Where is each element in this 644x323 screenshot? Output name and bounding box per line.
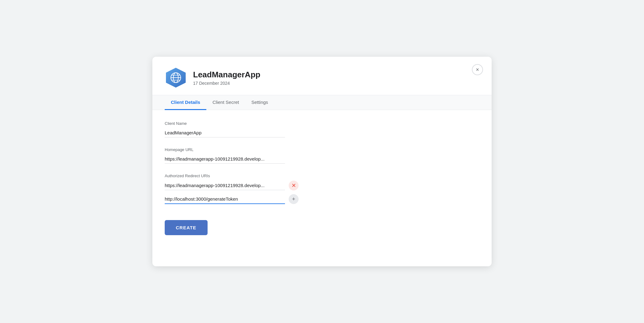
redirect-uris-label: Authorized Redirect URIs — [165, 174, 479, 178]
add-uri-button[interactable]: + — [289, 194, 299, 204]
close-button[interactable]: × — [472, 64, 483, 75]
client-name-group: Client Name — [165, 121, 479, 137]
redirect-uri-input-1[interactable] — [165, 181, 285, 190]
remove-uri-button-1[interactable]: ✕ — [289, 181, 299, 190]
app-modal: LeadManagerApp 17 December 2024 × Client… — [152, 57, 492, 266]
redirect-uri-row-1: ✕ — [165, 181, 479, 190]
modal-header: LeadManagerApp 17 December 2024 × — [152, 57, 492, 95]
redirect-uri-input-2[interactable] — [165, 194, 285, 204]
app-info: LeadManagerApp 17 December 2024 — [193, 70, 260, 86]
tab-settings[interactable]: Settings — [245, 95, 274, 110]
modal-body: Client Name Homepage URL Authorized Redi… — [152, 110, 492, 247]
homepage-url-group: Homepage URL — [165, 147, 479, 164]
homepage-url-input[interactable] — [165, 154, 285, 164]
tabs-bar: Client Details Client Secret Settings — [152, 95, 492, 110]
app-name: LeadManagerApp — [193, 70, 260, 80]
homepage-url-label: Homepage URL — [165, 147, 479, 152]
redirect-uris-group: Authorized Redirect URIs ✕ + — [165, 174, 479, 204]
tab-client-details[interactable]: Client Details — [165, 95, 206, 110]
create-button[interactable]: CREATE — [165, 220, 208, 235]
client-name-input[interactable] — [165, 128, 285, 137]
tab-client-secret[interactable]: Client Secret — [206, 95, 245, 110]
close-icon: × — [476, 67, 479, 72]
add-icon: + — [292, 196, 295, 202]
remove-icon-1: ✕ — [291, 182, 296, 189]
client-name-label: Client Name — [165, 121, 479, 126]
app-icon — [165, 67, 187, 89]
redirect-uri-row-2: + — [165, 194, 479, 204]
app-date: 17 December 2024 — [193, 81, 260, 86]
